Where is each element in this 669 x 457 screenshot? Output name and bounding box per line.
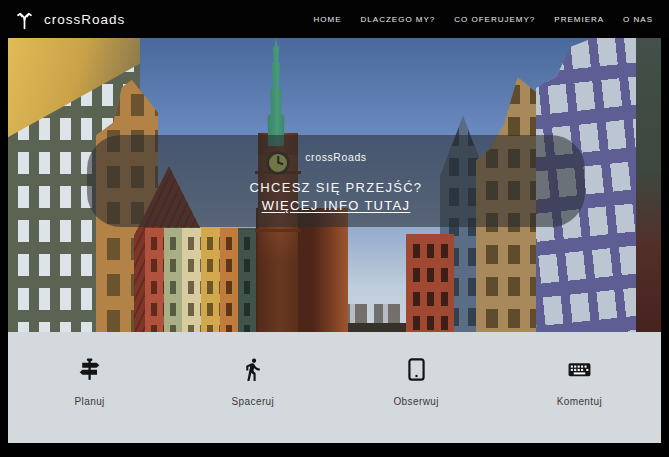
feature-label: Komentuj (498, 396, 661, 407)
hero-cta-link[interactable]: WIĘCEJ INFO TUTAJ (262, 198, 411, 213)
feature-obserwuj: Obserwuj (335, 357, 498, 419)
feature-planuj: Planuj (8, 357, 171, 419)
feature-label: Obserwuj (335, 396, 498, 407)
feature-label: Spaceruj (171, 396, 334, 407)
signpost-icon (8, 357, 171, 383)
hero-title: crossRoads (87, 151, 585, 163)
nav-link-o-nas[interactable]: O NAS (623, 15, 653, 24)
hero-overlay-panel: crossRoads CHCESZ SIĘ PRZEJŚĆ? WIĘCEJ IN… (87, 135, 585, 227)
nav-link-co-oferujemy[interactable]: CO OFERUJEMY? (454, 15, 535, 24)
nav-link-dlaczego-my[interactable]: DLACZEGO MY? (361, 15, 436, 24)
top-navbar: crossRoads HOME DLACZEGO MY? CO OFERUJEM… (0, 0, 669, 38)
fork-road-icon (14, 8, 35, 31)
feature-label: Planuj (8, 396, 171, 407)
nav-link-premiera[interactable]: PREMIERA (554, 15, 604, 24)
tablet-icon (335, 357, 498, 383)
bottom-frame-bar (0, 443, 669, 457)
feature-komentuj: Komentuj (498, 357, 661, 419)
features-section: Planuj Spaceruj Obserwuj (8, 332, 661, 443)
feature-spaceruj: Spaceruj (171, 357, 334, 419)
nav-link-home[interactable]: HOME (314, 15, 342, 24)
page: crossRoads HOME DLACZEGO MY? CO OFERUJEM… (0, 0, 669, 457)
brand-name: crossRoads (44, 12, 125, 27)
brand-logo[interactable]: crossRoads (14, 8, 125, 31)
nav-menu: HOME DLACZEGO MY? CO OFERUJEMY? PREMIERA… (314, 15, 653, 24)
walking-person-icon (171, 357, 334, 383)
hero-section: crossRoads CHCESZ SIĘ PRZEJŚĆ? WIĘCEJ IN… (8, 38, 661, 332)
keyboard-icon (498, 357, 661, 383)
hero-tagline: CHCESZ SIĘ PRZEJŚĆ? (87, 180, 585, 195)
